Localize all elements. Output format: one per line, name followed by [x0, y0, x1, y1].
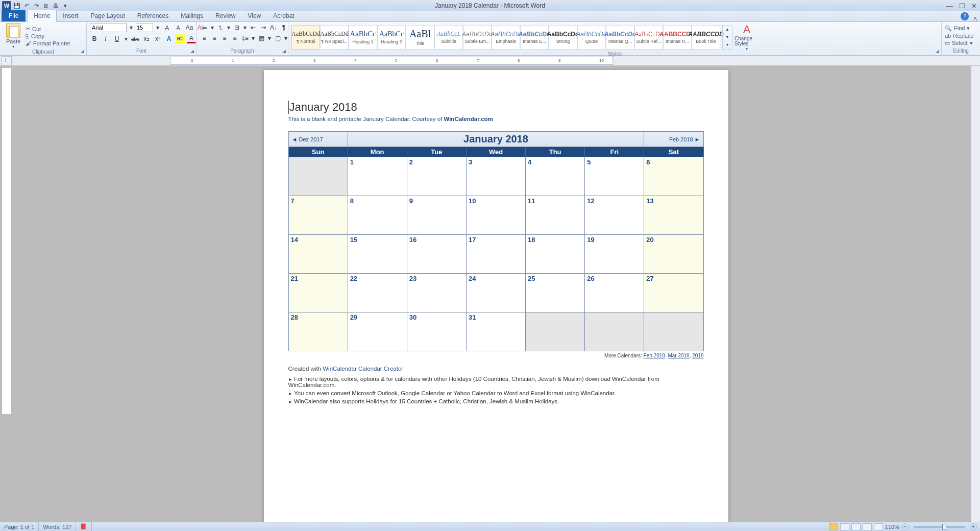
maximize-button[interactable]: ☐: [959, 2, 965, 10]
day-cell[interactable]: 24: [466, 274, 525, 312]
zoom-level[interactable]: 110%: [885, 524, 899, 530]
more-link[interactable]: 2018: [692, 353, 703, 358]
zoom-out-button[interactable]: −: [901, 523, 909, 530]
style-item-title[interactable]: AaBlTitle: [406, 25, 434, 50]
change-styles-button[interactable]: A Change Styles ▾: [734, 23, 759, 51]
web-layout-view[interactable]: [851, 523, 861, 530]
tab-home[interactable]: Home: [27, 10, 57, 22]
horizontal-ruler[interactable]: 012345678910: [170, 57, 613, 65]
full-screen-view[interactable]: [840, 523, 849, 530]
document-area[interactable]: January 2018 This is a blank and printab…: [12, 66, 980, 522]
wincalendar-link[interactable]: WinCalendar.com: [444, 116, 493, 122]
styles-scroll-down[interactable]: ▼: [723, 33, 732, 41]
vertical-ruler[interactable]: [2, 67, 12, 415]
day-cell[interactable]: [288, 157, 348, 196]
style-item-intense-e-[interactable]: AaBbCcDdIntense E...: [520, 25, 549, 50]
day-cell[interactable]: 19: [585, 235, 644, 274]
bold-button[interactable]: B: [90, 34, 99, 43]
align-right-button[interactable]: ≡: [220, 34, 229, 43]
doc-title[interactable]: January 2018: [288, 101, 704, 114]
style-item-subtitle[interactable]: AaBbCcLSubtitle: [434, 25, 463, 50]
paragraph-launcher[interactable]: ◢: [281, 48, 287, 54]
style-item-heading-2[interactable]: AaBbCcHeading 2: [377, 25, 406, 50]
outline-view[interactable]: [863, 523, 872, 530]
change-case-button[interactable]: Aa: [185, 23, 194, 32]
day-cell[interactable]: 15: [348, 235, 407, 274]
show-marks-button[interactable]: ¶: [279, 23, 288, 32]
justify-button[interactable]: ≡: [230, 34, 239, 43]
tab-acrobat[interactable]: Acrobat: [267, 10, 300, 21]
font-size-select[interactable]: [136, 23, 153, 32]
text-effects-button[interactable]: A: [164, 34, 174, 43]
subscript-button[interactable]: x₂: [142, 34, 151, 43]
increase-indent-button[interactable]: ⇥: [259, 23, 268, 32]
tab-page-layout[interactable]: Page Layout: [84, 10, 131, 21]
calendar-table[interactable]: ◄ Dez 2017 January 2018 Feb 2018 ► SunMo…: [288, 131, 704, 351]
font-name-select[interactable]: [90, 23, 127, 32]
align-center-button[interactable]: ≡: [210, 34, 219, 43]
day-cell[interactable]: 4: [526, 157, 585, 196]
numbering-button[interactable]: ⒈: [216, 23, 225, 32]
day-cell[interactable]: 2: [407, 157, 466, 196]
shrink-font-button[interactable]: A: [174, 23, 183, 32]
cut-button[interactable]: ✂Cut: [26, 26, 70, 32]
style-item-quote[interactable]: AaBbCcDdQuote: [577, 25, 606, 50]
qat-icon-1[interactable]: 🗎: [42, 2, 50, 10]
more-link[interactable]: Mar 2018: [668, 353, 689, 358]
bullets-button[interactable]: ≔: [200, 23, 209, 32]
paste-button[interactable]: Paste ▾: [3, 23, 23, 49]
style-item-subtle-ref-[interactable]: AaBbCcDdSubtle Ref...: [634, 25, 663, 50]
day-cell[interactable]: 23: [407, 274, 466, 312]
day-cell[interactable]: 27: [644, 274, 703, 312]
strike-button[interactable]: abc: [131, 34, 140, 43]
italic-button[interactable]: I: [101, 34, 110, 43]
save-icon[interactable]: 💾: [13, 2, 21, 10]
styles-launcher[interactable]: ◢: [934, 48, 940, 54]
close-button[interactable]: ✕: [971, 2, 977, 10]
decrease-indent-button[interactable]: ⇤: [249, 23, 258, 32]
format-painter-button[interactable]: 🖌Format Painter: [26, 40, 70, 46]
proofing-status[interactable]: 📕: [76, 522, 92, 531]
font-color-button[interactable]: A: [187, 34, 196, 43]
day-cell[interactable]: 26: [585, 274, 644, 312]
prev-month-link[interactable]: ◄ Dez 2017: [288, 132, 348, 147]
tab-selector[interactable]: L: [2, 56, 12, 65]
highlight-button[interactable]: ab: [176, 34, 185, 43]
day-cell[interactable]: 5: [585, 157, 644, 196]
print-layout-view[interactable]: [829, 523, 838, 530]
style-item--normal[interactable]: AaBbCcDd¶ Normal: [291, 25, 320, 50]
day-cell[interactable]: 31: [466, 312, 525, 351]
styles-gallery[interactable]: AaBbCcDd¶ NormalAaBbCcDd¶ No Spaci...AaB…: [291, 25, 720, 50]
undo-icon[interactable]: ↶: [22, 2, 31, 10]
day-cell[interactable]: 14: [288, 235, 348, 274]
zoom-in-button[interactable]: +: [970, 523, 977, 530]
underline-button[interactable]: U: [112, 34, 121, 43]
day-cell[interactable]: 3: [466, 157, 525, 196]
day-cell[interactable]: [526, 312, 585, 351]
replace-button[interactable]: abReplace: [945, 33, 974, 39]
copy-button[interactable]: ⎘Copy: [26, 33, 70, 39]
styles-more[interactable]: ▾: [723, 41, 732, 49]
grow-font-button[interactable]: A: [162, 23, 172, 32]
style-item-intense-q-[interactable]: AaBbCcDdIntense Q...: [606, 25, 634, 50]
style-item--no-spaci-[interactable]: AaBbCcDd¶ No Spaci...: [320, 25, 349, 50]
line-spacing-button[interactable]: ‡≡: [240, 34, 250, 43]
font-launcher[interactable]: ◢: [189, 48, 195, 54]
day-cell[interactable]: 13: [644, 196, 703, 235]
day-cell[interactable]: [644, 312, 703, 351]
day-cell[interactable]: 8: [348, 196, 407, 235]
day-cell[interactable]: 16: [407, 235, 466, 274]
minimize-button[interactable]: —: [946, 2, 953, 10]
day-cell[interactable]: 12: [585, 196, 644, 235]
day-cell[interactable]: 28: [288, 312, 348, 351]
creator-link[interactable]: WinCalendar Calendar Creator: [323, 366, 403, 372]
tab-references[interactable]: References: [131, 10, 175, 21]
borders-button[interactable]: ▢: [273, 34, 282, 43]
more-link[interactable]: Feb 2018: [644, 353, 665, 358]
day-cell[interactable]: 20: [644, 235, 703, 274]
style-item-strong[interactable]: AaBbCcDdStrong: [549, 25, 577, 50]
redo-icon[interactable]: ↷: [32, 2, 40, 10]
style-item-heading-1[interactable]: AaBbCcHeading 1: [349, 25, 377, 50]
tab-file[interactable]: File: [2, 10, 26, 21]
day-cell[interactable]: 30: [407, 312, 466, 351]
